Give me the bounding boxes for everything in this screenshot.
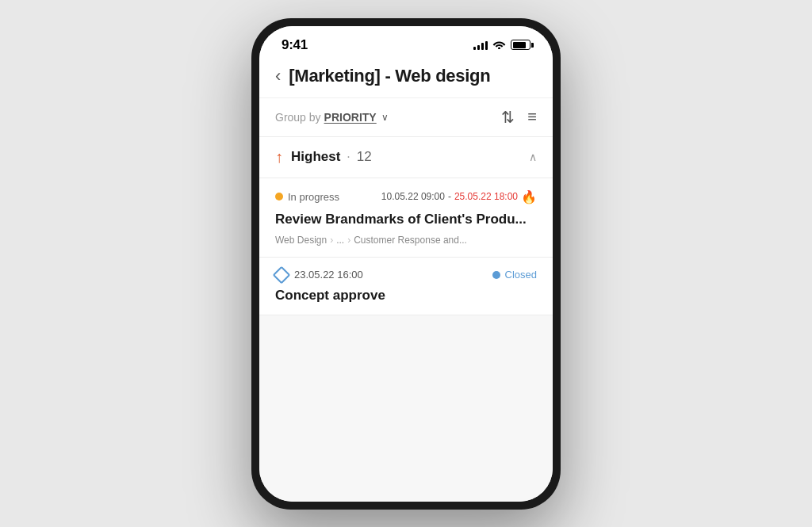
chevron-down-icon[interactable]: ∨ (381, 112, 389, 123)
path-item: Web Design (275, 235, 327, 246)
content-area: ↑ Highest · 12 ∧ In progress 10.05.22 09… (259, 137, 553, 502)
task-status: In progress (275, 191, 339, 203)
priority-label: Highest (291, 149, 340, 165)
task2-date: 23.05.22 16:00 (294, 269, 363, 281)
task2-status: Closed (492, 269, 537, 281)
group-by-section[interactable]: Group by PRIORITY ∨ (275, 111, 389, 124)
date-separator: - (448, 191, 451, 202)
status-bar: 9:41 (259, 26, 553, 58)
path-item: ... (336, 235, 344, 246)
priority-count: 12 (357, 149, 372, 165)
collapse-icon[interactable]: ∧ (529, 151, 537, 163)
group-by-label: Group by (275, 111, 321, 124)
task2-title: Concept approve (275, 288, 537, 304)
task-meta: In progress 10.05.22 09:00 - 25.05.22 18… (275, 189, 537, 204)
task2-left: 23.05.22 16:00 (275, 269, 363, 281)
group-by-value[interactable]: PRIORITY (324, 111, 377, 124)
page-title: [Marketing] - Web design (289, 66, 490, 86)
task-path: Web Design › ... › Customer Response and… (275, 235, 537, 246)
toolbar-actions: ⇅ ≡ (501, 108, 537, 127)
closed-label: Closed (505, 269, 537, 281)
sort-icon[interactable]: ⇅ (501, 108, 515, 127)
phone-screen: 9:41 (259, 26, 553, 502)
phone-frame: 9:41 (251, 18, 561, 510)
diamond-icon (273, 265, 291, 284)
priority-dot: · (347, 150, 350, 164)
status-dot (275, 193, 283, 200)
wifi-icon (492, 39, 506, 52)
back-button[interactable]: ‹ (275, 66, 281, 86)
task-title: Review Brandmarks of Client's Produ... (275, 211, 537, 228)
task-card[interactable]: In progress 10.05.22 09:00 - 25.05.22 18… (259, 178, 553, 258)
date-start: 10.05.22 09:00 (381, 191, 445, 202)
header: ‹ [Marketing] - Web design (259, 58, 553, 98)
battery-icon (511, 40, 530, 50)
closed-dot (492, 271, 500, 279)
path-separator: › (347, 235, 350, 246)
priority-group-header[interactable]: ↑ Highest · 12 ∧ (259, 137, 553, 178)
signal-icon (473, 40, 488, 50)
path-separator: › (330, 235, 333, 246)
date-end: 25.05.22 18:00 (454, 191, 518, 202)
fire-icon: 🔥 (521, 189, 537, 204)
filter-icon[interactable]: ≡ (527, 108, 537, 126)
task2-meta: 23.05.22 16:00 Closed (275, 269, 537, 281)
toolbar: Group by PRIORITY ∨ ⇅ ≡ (259, 98, 553, 137)
task-dates: 10.05.22 09:00 - 25.05.22 18:00 🔥 (381, 189, 537, 204)
status-icons (473, 39, 530, 52)
priority-up-icon: ↑ (275, 148, 283, 166)
task-card-2[interactable]: 23.05.22 16:00 Closed Concept approve (259, 258, 553, 315)
status-label: In progress (288, 191, 339, 203)
path-item: Customer Response and... (354, 235, 467, 246)
status-time: 9:41 (282, 37, 308, 53)
